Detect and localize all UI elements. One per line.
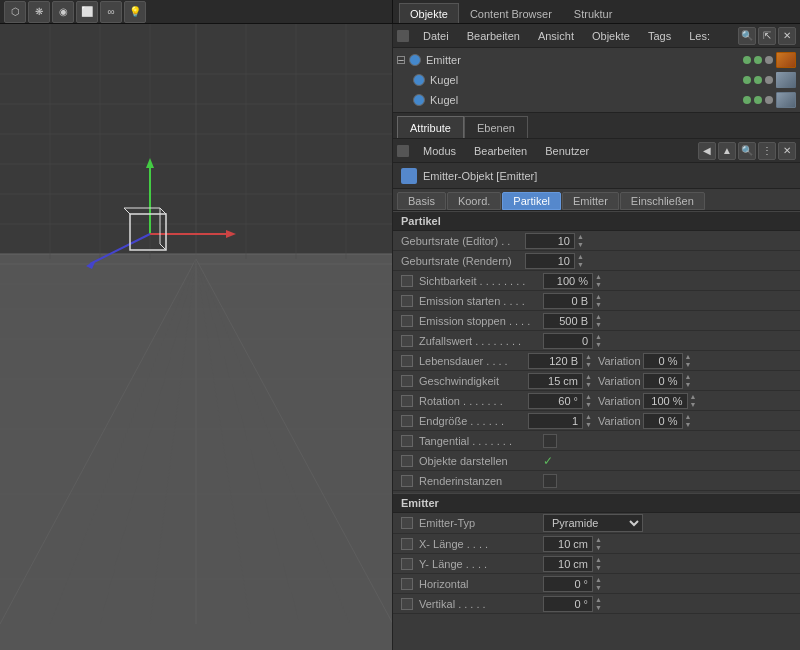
obj-title: Emitter-Objekt [Emitter] [423,170,537,182]
input-endgroesse-var[interactable] [643,413,683,429]
input-emission-starten[interactable] [543,293,593,309]
cb-endgroesse[interactable] [401,415,413,427]
attr-lock[interactable]: ⋮ [758,142,776,160]
cb-x-laenge[interactable] [401,538,413,550]
nav-icon[interactable]: ⇱ [758,27,776,45]
tab-content-browser[interactable]: Content Browser [459,3,563,23]
input-y-laenge[interactable] [543,556,593,572]
menu-bearbeiten[interactable]: Bearbeiten [459,28,528,44]
cb-horizontal[interactable] [401,578,413,590]
cb-lebensdauer[interactable] [401,355,413,367]
spinner-sicht[interactable]: ▲▼ [595,273,602,289]
sub-tab-partikel[interactable]: Partikel [502,192,561,210]
spinner-em-start[interactable]: ▲▼ [595,293,602,309]
cb-y-laenge[interactable] [401,558,413,570]
attr-menu-bearbeiten[interactable]: Bearbeiten [466,143,535,159]
input-geschwindigkeit-var[interactable] [643,373,683,389]
spinner-rot-var[interactable]: ▲▼ [690,393,697,409]
select-emitter-typ[interactable]: Pyramide Würfel Zylinder Kugel [543,514,643,532]
attr-arrow-left[interactable]: ◀ [698,142,716,160]
toggle-renderinstanzen[interactable] [543,474,557,488]
input-geburtsrate-editor[interactable] [525,233,575,249]
spinner-gesch-var[interactable]: ▲▼ [685,373,692,389]
menu-datei[interactable]: Datei [415,28,457,44]
cb-renderinstanzen[interactable] [401,475,413,487]
menu-objekte[interactable]: Objekte [584,28,638,44]
input-horizontal[interactable] [543,576,593,592]
tree-expand-emitter[interactable]: − [397,56,405,64]
prop-sichtbarkeit: Sichtbarkeit . . . . . . . . ▲▼ [393,271,800,291]
input-geschwindigkeit[interactable] [528,373,583,389]
input-vertikal[interactable] [543,596,593,612]
attr-arrow-up[interactable]: ▲ [718,142,736,160]
input-lebensdauer-var[interactable] [643,353,683,369]
input-rotation-var[interactable] [643,393,688,409]
spinner-gb-rend[interactable]: ▲▼ [577,253,584,269]
spinner-endg-var[interactable]: ▲▼ [685,413,692,429]
cb-objekte-darstellen[interactable] [401,455,413,467]
viewport[interactable]: ↕ ↓ ↑ ↻ [0,24,393,650]
toolbar-icon-1[interactable]: ⬡ [4,1,26,23]
sub-tab-einschliessen[interactable]: Einschließen [620,192,705,210]
input-lebensdauer[interactable] [528,353,583,369]
sub-tab-basis[interactable]: Basis [397,192,446,210]
tab-struktur[interactable]: Struktur [563,3,624,23]
cb-emission-stoppen[interactable] [401,315,413,327]
input-wrap-em-start: ▲▼ [543,293,602,309]
input-sichtbarkeit[interactable] [543,273,593,289]
toolbar-icon-2[interactable]: ❋ [28,1,50,23]
toggle-tangential[interactable] [543,434,557,448]
cb-emission-starten[interactable] [401,295,413,307]
cb-sichtbarkeit[interactable] [401,275,413,287]
input-x-laenge[interactable] [543,536,593,552]
tree-item-kugel1[interactable]: Kugel [393,70,800,90]
attr-menu-benutzer[interactable]: Benutzer [537,143,597,159]
tab-ebenen[interactable]: Ebenen [464,116,528,138]
input-endgroesse[interactable] [528,413,583,429]
attr-close[interactable]: ✕ [778,142,796,160]
toolbar-icon-4[interactable]: ⬜ [76,1,98,23]
attr-search[interactable]: 🔍 [738,142,756,160]
toolbar-icon-6[interactable]: 💡 [124,1,146,23]
attr-menu-modus[interactable]: Modus [415,143,464,159]
cb-geschwindigkeit[interactable] [401,375,413,387]
spinner-leben[interactable]: ▲▼ [585,353,592,369]
tab-objekte[interactable]: Objekte [399,3,459,23]
spinner-gb-ed[interactable]: ▲▼ [577,233,584,249]
input-zufallswert[interactable] [543,333,593,349]
input-geburtsrate-rendern[interactable] [525,253,575,269]
cb-zufallswert[interactable] [401,335,413,347]
menu-les[interactable]: Les: [681,28,718,44]
menu-tags[interactable]: Tags [640,28,679,44]
cb-tangential[interactable] [401,435,413,447]
sub-tab-emitter[interactable]: Emitter [562,192,619,210]
tree-item-emitter[interactable]: − Emitter [393,50,800,70]
spinner-leben-var[interactable]: ▲▼ [685,353,692,369]
search-icon[interactable]: 🔍 [738,27,756,45]
spinner-horiz[interactable]: ▲▼ [595,576,602,592]
close-panel-icon[interactable]: ✕ [778,27,796,45]
input-emission-stoppen[interactable] [543,313,593,329]
spinner-vert[interactable]: ▲▼ [595,596,602,612]
spinner-rot[interactable]: ▲▼ [585,393,592,409]
menu-ansicht[interactable]: Ansicht [530,28,582,44]
spinner-em-stop[interactable]: ▲▼ [595,313,602,329]
spinner-gesch[interactable]: ▲▼ [585,373,592,389]
kugel1-row-icons [743,72,796,88]
spinner-y[interactable]: ▲▼ [595,556,602,572]
spinner-endg[interactable]: ▲▼ [585,413,592,429]
cb-rotation[interactable] [401,395,413,407]
tab-attribute[interactable]: Attribute [397,116,464,138]
input-rotation[interactable] [528,393,583,409]
cb-vertikal[interactable] [401,598,413,610]
tree-item-kugel2[interactable]: Kugel [393,90,800,110]
variation-label-endg: Variation [598,415,641,427]
cb-emitter-typ[interactable] [401,517,413,529]
spinner-x[interactable]: ▲▼ [595,536,602,552]
attr-tabs: Attribute Ebenen [393,113,800,139]
spinner-zuf[interactable]: ▲▼ [595,333,602,349]
sub-tab-koord[interactable]: Koord. [447,192,501,210]
toolbar-icon-3[interactable]: ◉ [52,1,74,23]
properties-panel[interactable]: Partikel Geburtsrate (Editor) . . ▲▼ Geb… [393,211,800,650]
toolbar-icon-5[interactable]: ∞ [100,1,122,23]
